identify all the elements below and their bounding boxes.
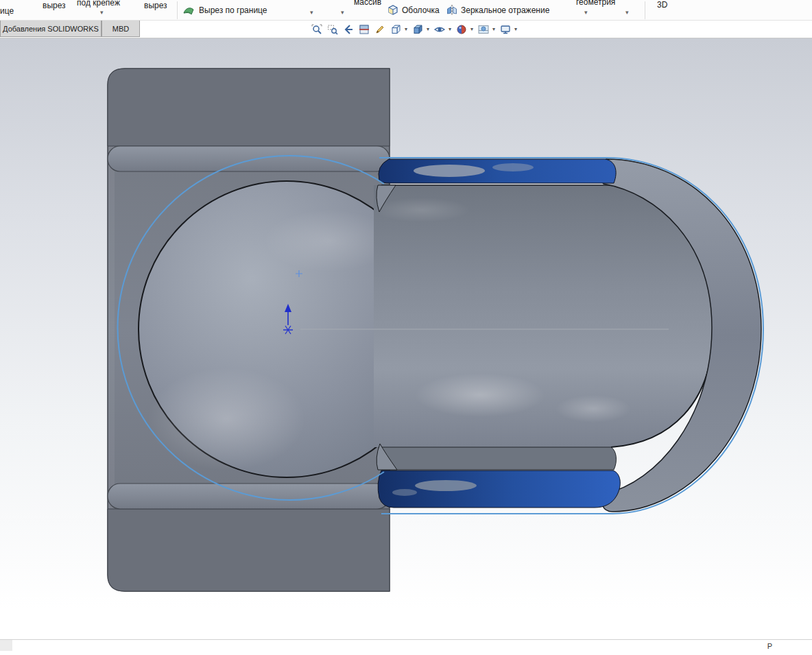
command-manager-ribbon: ице вырез под крепеж вырез ▾ Вырез по гр… xyxy=(0,0,812,21)
bore-far-wall[interactable] xyxy=(379,447,616,470)
tab-label: MBD xyxy=(112,25,129,33)
dropdown-arrow-icon[interactable]: ▾ xyxy=(492,27,495,32)
part-model[interactable] xyxy=(0,38,812,639)
view-orientation-icon[interactable] xyxy=(389,23,403,36)
mirror-button[interactable]: Зеркальное отражение xyxy=(461,5,549,15)
zoom-to-fit-icon[interactable] xyxy=(310,23,324,36)
tab-mbd[interactable]: MBD xyxy=(102,21,140,37)
boundary-cut-icon[interactable] xyxy=(182,4,195,16)
ribbon-separator xyxy=(177,1,178,19)
cylindrical-bore-face[interactable] xyxy=(374,185,713,447)
edit-appearance-icon[interactable] xyxy=(455,23,468,36)
dropdown-arrow-icon[interactable]: ▾ xyxy=(449,27,451,32)
ribbon-separator xyxy=(645,1,645,19)
pattern-button[interactable]: массив xyxy=(354,0,381,7)
ribbon-partial-left[interactable]: ице xyxy=(0,6,14,16)
reflection xyxy=(415,480,477,491)
section-view-icon[interactable] xyxy=(357,23,371,36)
solidworks-window: ице вырез под крепеж вырез ▾ Вырез по гр… xyxy=(0,0,812,655)
sketch-3d-button[interactable]: 3D xyxy=(657,0,667,10)
apply-scene-icon[interactable] xyxy=(477,23,490,36)
reflection xyxy=(415,373,545,417)
reflection xyxy=(414,165,485,177)
command-manager-tabbar: Добавления SOLIDWORKS MBD ▾ xyxy=(0,21,812,38)
dropdown-arrow-icon[interactable]: ▾ xyxy=(584,10,588,16)
hole-wizard-button[interactable]: под крепеж xyxy=(77,0,120,8)
dropdown-arrow-icon[interactable]: ▾ xyxy=(100,10,104,16)
boundary-cut-button[interactable]: Вырез по границе xyxy=(199,5,267,15)
reflection xyxy=(556,395,631,422)
dropdown-arrow-icon[interactable]: ▾ xyxy=(470,27,473,32)
top-fillet-ridge[interactable] xyxy=(108,146,390,171)
status-bar: Р xyxy=(0,639,812,655)
swept-cut-button[interactable]: вырез xyxy=(144,1,167,10)
zoom-to-area-icon[interactable] xyxy=(326,23,339,36)
reflection xyxy=(147,368,305,471)
reflection xyxy=(374,198,470,222)
top-flange-face[interactable] xyxy=(108,69,390,146)
dropdown-arrow-icon[interactable]: ▾ xyxy=(341,10,344,16)
dropdown-arrow-icon[interactable]: ▾ xyxy=(405,27,407,32)
mirror-icon[interactable] xyxy=(446,4,458,16)
previous-view-icon[interactable] xyxy=(342,23,355,36)
sketch-annotation-icon[interactable] xyxy=(373,23,387,36)
section-face-bottom[interactable] xyxy=(378,471,620,508)
tab-label: Добавления SOLIDWORKS xyxy=(3,25,99,33)
bottom-flange-face[interactable] xyxy=(108,509,390,591)
reference-geometry-button[interactable]: геометрия xyxy=(576,0,615,7)
statusbar-corner xyxy=(0,640,12,651)
shell-icon[interactable] xyxy=(387,4,399,16)
tab-solidworks-addins[interactable]: Добавления SOLIDWORKS xyxy=(0,21,102,37)
reflection xyxy=(392,489,417,496)
dropdown-arrow-icon[interactable]: ▾ xyxy=(310,10,313,16)
extruded-cut-button[interactable]: вырез xyxy=(43,1,66,10)
reflection xyxy=(492,163,534,171)
bottom-fillet-ridge[interactable] xyxy=(108,484,390,509)
dropdown-arrow-icon[interactable]: ▾ xyxy=(514,27,517,32)
graphics-area[interactable] xyxy=(0,38,812,639)
dropdown-arrow-icon[interactable]: ▾ xyxy=(625,10,629,16)
status-indicator: Р xyxy=(767,642,772,650)
heads-up-view-toolbar: ▾ ▾ ▾ ▾ ▾ ▾ xyxy=(310,22,521,37)
shell-button[interactable]: Оболочка xyxy=(402,5,440,15)
dropdown-arrow-icon[interactable]: ▾ xyxy=(427,27,429,32)
display-style-icon[interactable] xyxy=(411,23,425,36)
view-settings-icon[interactable] xyxy=(499,23,512,36)
hide-show-items-icon[interactable] xyxy=(433,23,446,36)
part-body[interactable] xyxy=(108,69,763,591)
